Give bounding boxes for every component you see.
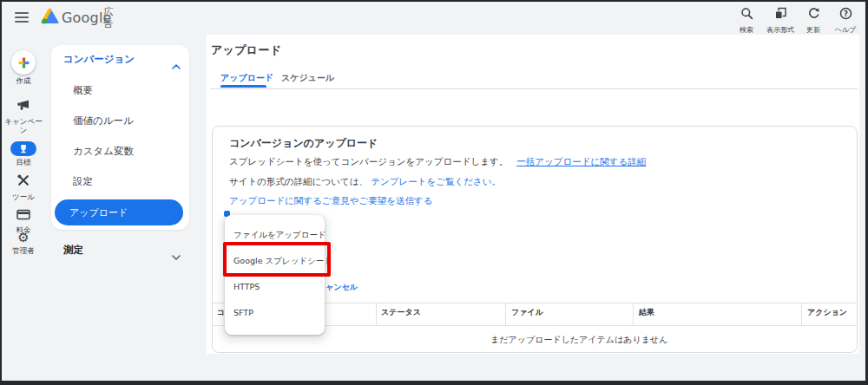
rail-item-goals[interactable]: 目標	[2, 141, 45, 167]
search-label: 検索	[740, 25, 753, 35]
view-format-icon	[774, 7, 787, 23]
help-action[interactable]: ? ヘルプ	[828, 7, 863, 35]
svg-text:?: ?	[844, 10, 848, 18]
billing-card-icon	[16, 207, 30, 224]
rail-label-goals: 目標	[3, 159, 43, 167]
rail-item-admin[interactable]: ⚙ 管理者	[2, 232, 45, 256]
column-divider	[505, 303, 506, 326]
nav-item-uploads-selected[interactable]: アップロード	[55, 199, 183, 225]
nav-item-value-rules[interactable]: 価値のルール	[73, 114, 134, 127]
chevron-down-icon[interactable]	[172, 247, 181, 264]
search-icon	[740, 7, 753, 23]
table-header-status: ステータス	[381, 307, 421, 318]
tab-schedule[interactable]: スケジュール	[281, 72, 334, 84]
template-link[interactable]: テンプレートをご覧ください。	[371, 176, 501, 186]
feedback-link[interactable]: アップロードに関するご意見やご要望を送信する	[229, 195, 432, 206]
menu-item-https[interactable]: HTTPS	[225, 274, 325, 300]
google-ads-window: Google 広告 検索 表示形式 更新 ? ヘルプ	[0, 0, 868, 385]
search-action[interactable]: 検索	[729, 7, 764, 35]
rail-label-admin: 管理者	[3, 247, 43, 256]
table-empty-message: まだアップロードしたアイテムはありません	[490, 334, 667, 346]
brand-product-label: 広告	[103, 5, 115, 29]
rail-label-campaigns: キャンペーン	[3, 118, 43, 134]
nav-item-settings[interactable]: 設定	[73, 175, 93, 188]
column-divider	[801, 303, 802, 326]
upload-source-dropdown: ファイルをアップロード Google スプレッドシート HTTPS SFTP	[225, 215, 325, 335]
active-tab-underline	[220, 85, 266, 88]
table-header-results: 結果	[639, 307, 654, 318]
table-header-first-fragment: コ	[217, 307, 225, 318]
refresh-label: 更新	[806, 25, 820, 35]
card-heading: コンバージョンのアップロード	[229, 136, 378, 151]
nav-item-uploads-label: アップロード	[69, 206, 128, 219]
google-ads-logo-icon	[41, 8, 59, 28]
megaphone-icon	[16, 99, 30, 115]
menu-item-google-sheets[interactable]: Google スプレッドシート	[225, 248, 325, 274]
tab-divider	[210, 88, 858, 89]
intro-text: スプレッドシートを使ってコンバージョンをアップロードします。	[229, 156, 508, 166]
main-menu-icon[interactable]	[15, 12, 29, 23]
refresh-icon	[807, 7, 820, 23]
menu-item-upload-file[interactable]: ファイルをアップロード	[225, 222, 325, 248]
format-row: サイトの形式の詳細については、 テンプレートをご覧ください。	[229, 176, 501, 188]
page-title: アップロード	[211, 42, 281, 58]
nav-section-measurement[interactable]: 測定	[63, 244, 83, 257]
nav-item-overview[interactable]: 概要	[73, 84, 93, 97]
table-header-actions: アクション	[807, 307, 847, 318]
rail-item-campaigns[interactable]: キャンペーン	[2, 99, 45, 134]
view-format-label: 表示形式	[766, 25, 794, 35]
rail-item-create[interactable]: 作成	[2, 50, 45, 86]
rail-label-create: 作成	[3, 77, 43, 86]
tab-upload[interactable]: アップロード	[220, 72, 273, 84]
chevron-up-icon[interactable]	[172, 56, 181, 73]
nav-item-custom-variables[interactable]: カスタム変数	[73, 145, 134, 158]
column-divider	[633, 303, 634, 326]
tools-icon	[16, 173, 30, 191]
table-header-file: ファイル	[511, 307, 543, 318]
help-label: ヘルプ	[835, 25, 857, 35]
bulk-upload-details-link[interactable]: 一括アップロードに関する詳細	[516, 156, 646, 166]
refresh-action[interactable]: 更新	[796, 7, 831, 35]
feedback-row: アップロードに関するご意見やご要望を送信する	[229, 195, 432, 207]
gear-icon: ⚙	[17, 232, 29, 245]
create-plus-icon	[11, 50, 36, 75]
menu-item-sftp[interactable]: SFTP	[225, 300, 325, 326]
help-icon: ?	[839, 7, 852, 23]
format-text: サイトの形式の詳細については、	[229, 176, 368, 186]
trophy-icon	[10, 141, 36, 156]
rail-item-tools[interactable]: ツール	[2, 173, 45, 202]
column-divider	[376, 303, 377, 326]
intro-row: スプレッドシートを使ってコンバージョンをアップロードします。 一括アップロードに…	[229, 156, 646, 168]
nav-section-conversions[interactable]: コンバージョン	[63, 53, 135, 66]
rail-label-tools: ツール	[3, 193, 43, 202]
view-format-action[interactable]: 表示形式	[763, 7, 798, 35]
